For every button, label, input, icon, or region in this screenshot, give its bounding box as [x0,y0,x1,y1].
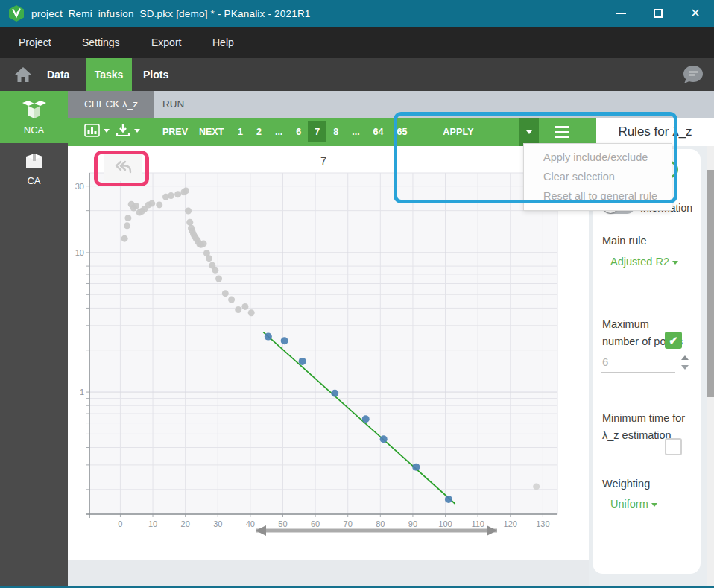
scrollbar-thumb[interactable] [707,170,714,397]
svg-text:30: 30 [75,182,84,191]
menu-export[interactable]: Export [151,27,181,58]
sidebar-item-nca[interactable]: NCA [0,91,68,143]
sidebar-item-label: CA [0,175,68,194]
page-button-8[interactable]: 8 [326,121,345,142]
context-menu: Apply include/excludeClear selectionRese… [523,143,672,211]
next-button[interactable]: NEXT [199,118,224,146]
plot-toolbar: PREV NEXT 12...678...6465 APPLY INCLUDE/… [68,118,714,146]
hamburger-menu-button[interactable] [549,124,575,139]
svg-text:0: 0 [118,519,122,528]
plot-type-button[interactable] [84,124,110,137]
subtab-check-lambda-z[interactable]: CHECK λ_z [68,91,154,118]
chevron-down-icon [672,261,678,265]
chevron-down-icon [526,130,532,134]
nav-bar: Data Tasks Plots [0,58,714,91]
main-rule-select[interactable]: Adjusted R2 [610,256,678,268]
rules-panel-card: Information Main rule Adjusted R2 Maximu… [593,149,701,574]
menu-bar: Project Settings Export Help [0,27,714,58]
svg-text:20: 20 [181,519,190,528]
lambda-z-plot-card: 010203040506070809010011012013030101 7 [68,146,589,560]
page-button-2[interactable]: 2 [250,121,268,142]
download-icon [116,124,130,137]
menu-item[interactable]: Reset all to general rule [524,186,672,206]
export-plot-button[interactable] [116,124,140,137]
closed-box-icon [24,152,45,170]
minimize-button[interactable] [602,0,639,27]
page-button-64[interactable]: 64 [367,121,391,142]
menu-settings[interactable]: Settings [82,27,120,58]
subject-id-title: 7 [89,155,557,167]
svg-text:120: 120 [504,519,517,528]
pagination: 12...678...6465 [231,118,414,146]
svg-text:110: 110 [471,519,484,528]
spinner-down-icon[interactable] [681,365,689,370]
page-button-7[interactable]: 7 [308,121,326,142]
tab-tasks[interactable]: Tasks [86,58,132,91]
message-bubble-icon[interactable] [681,65,704,85]
svg-text:50: 50 [278,519,287,528]
subtab-run[interactable]: RUN [146,91,200,118]
page-button-6[interactable]: 6 [289,121,308,142]
home-icon[interactable] [14,66,32,83]
spinner-up-icon[interactable] [681,355,689,360]
chevron-down-icon [134,129,140,133]
rules-panel-title: Rules for λ_z [596,118,714,146]
menu-item[interactable]: Apply include/exclude [524,148,672,167]
main-rule-label: Main rule [602,233,647,250]
svg-text:10: 10 [148,519,157,528]
title-bar: project_Remi_infusion_SD.pkx [demo] * - … [0,0,714,27]
svg-text:1: 1 [80,388,84,396]
menu-item[interactable]: Clear selection [524,167,672,186]
svg-text:60: 60 [311,519,320,528]
tab-plots[interactable]: Plots [143,58,168,91]
page-ellipsis: ... [345,121,366,142]
svg-text:90: 90 [408,519,417,528]
lambda-z-plot[interactable]: 010203040506070809010011012013030101 [68,146,589,560]
svg-text:10: 10 [75,248,84,257]
svg-text:40: 40 [246,519,255,528]
menu-help[interactable]: Help [212,27,234,58]
sidebar-item-label: NCA [0,124,68,143]
sidebar-item-ca[interactable]: CA [0,143,68,194]
svg-text:30: 30 [213,519,222,528]
chevron-down-icon [651,503,657,507]
menu-project[interactable]: Project [19,27,51,58]
undo-button[interactable] [104,153,142,181]
page-button-1[interactable]: 1 [231,121,250,142]
bar-chart-icon [84,124,100,137]
svg-text:80: 80 [376,519,385,528]
maximize-button[interactable] [639,0,677,27]
page-ellipsis: ... [268,121,289,142]
subtab-bar: CHECK λ_z RUN [68,91,714,118]
max-points-checkbox[interactable]: ✔ [665,332,682,349]
weighting-select[interactable]: Uniform [610,498,657,510]
prev-button[interactable]: PREV [162,118,188,146]
undo-icon [113,160,133,174]
svg-text:100: 100 [438,519,452,528]
max-points-input[interactable]: 6 [601,353,675,373]
apply-dropdown-button[interactable] [519,118,539,146]
pkanalix-logo-icon [9,5,24,22]
window-title: project_Remi_infusion_SD.pkx [demo] * - … [31,8,311,19]
min-time-checkbox[interactable] [665,438,682,455]
open-box-icon [21,100,48,119]
tab-data[interactable]: Data [47,58,69,91]
svg-text:70: 70 [344,519,353,528]
chevron-down-icon [104,129,110,133]
svg-text:130: 130 [536,519,549,528]
app-window: project_Remi_infusion_SD.pkx [demo] * - … [0,0,714,588]
close-button[interactable]: ✕ [677,0,714,27]
vertical-scrollbar[interactable] [707,146,714,587]
apply-include-exclude-button[interactable]: APPLY INCLUDE/EXCLUDE [397,118,519,146]
task-sidebar: NCA CA [0,91,68,587]
weighting-label: Weighting [602,475,650,493]
